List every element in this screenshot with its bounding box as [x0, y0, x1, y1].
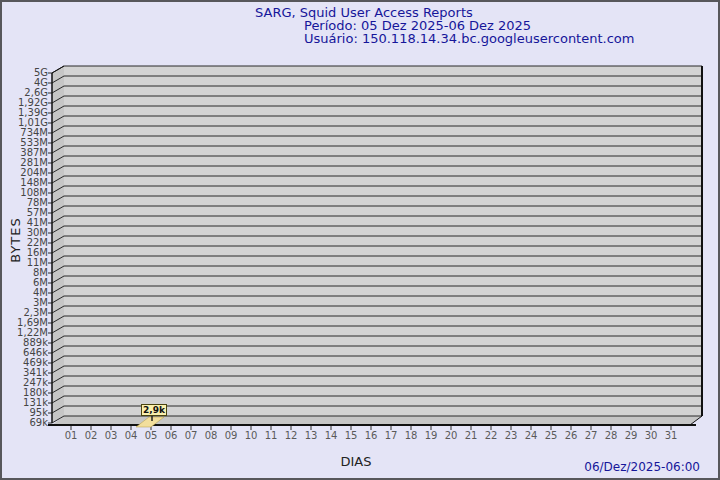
- y-tick-label: 2,6G: [2, 88, 48, 98]
- y-tick-label: 180k: [2, 388, 48, 398]
- y-tick-label: 469k: [2, 358, 48, 368]
- y-tick-label: 889k: [2, 338, 48, 348]
- y-tick-label: 204M: [2, 168, 48, 178]
- plot-area: [64, 66, 702, 416]
- y-tick-label: 69k: [2, 418, 48, 428]
- y-tick-label: 2,3M: [2, 308, 48, 318]
- y-tick-label: 341k: [2, 368, 48, 378]
- y-tick-label: 247k: [2, 378, 48, 388]
- y-tick-label: 1,22M: [2, 328, 48, 338]
- y-tick-label: 78M: [2, 198, 48, 208]
- y-tick-label: 387M: [2, 148, 48, 158]
- y-tick-label: 533M: [2, 138, 48, 148]
- sarg-report-chart: SARG, Squid User Access Reports Período:…: [0, 0, 720, 480]
- y-tick-label: 8M: [2, 268, 48, 278]
- y-tick-label: 131k: [2, 398, 48, 408]
- y-tick-label: 95k: [2, 408, 48, 418]
- y-tick-label: 1,92G: [2, 98, 48, 108]
- y-tick-label: 281M: [2, 158, 48, 168]
- plot-frame: [2, 2, 720, 480]
- y-tick-label: 734M: [2, 128, 48, 138]
- y-tick-label: 148M: [2, 178, 48, 188]
- y-tick-label: 1,01G: [2, 118, 48, 128]
- y-tick-label: 4G: [2, 78, 48, 88]
- y-tick-label: 4M: [2, 288, 48, 298]
- y-tick-label: 6M: [2, 278, 48, 288]
- y-tick-label: 108M: [2, 188, 48, 198]
- y-tick-label: 646k: [2, 348, 48, 358]
- y-tick-label: 1,69M: [2, 318, 48, 328]
- bar-value-tooltip: 2,9k: [141, 404, 167, 416]
- y-tick-label: 1,39G: [2, 108, 48, 118]
- y-axis-title: BYTES: [8, 217, 23, 263]
- y-tick-label: 3M: [2, 298, 48, 308]
- x-tick-label: 31: [659, 431, 683, 441]
- y-tick-label: 57M: [2, 208, 48, 218]
- generation-timestamp: 06/Dez/2025-06:00: [584, 460, 700, 474]
- y-tick-label: 5G: [2, 68, 48, 78]
- x-axis-title: DIAS: [341, 454, 372, 469]
